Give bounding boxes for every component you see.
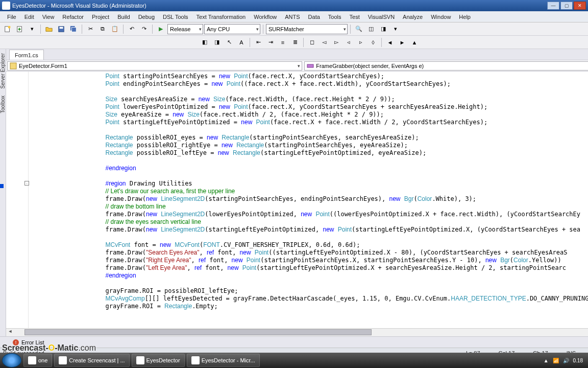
decrease-indent-icon[interactable]: ⇤	[253, 37, 264, 48]
add-item-icon[interactable]	[14, 24, 26, 35]
menu-test[interactable]: Test	[346, 13, 364, 21]
cursor-icon[interactable]: ↖	[224, 37, 235, 48]
menu-ants[interactable]: ANTS	[281, 13, 304, 21]
close-button[interactable]: ✕	[574, 2, 586, 10]
menu-project[interactable]: Project	[88, 13, 113, 21]
save-icon[interactable]	[56, 24, 67, 35]
window-title: EyesDetector - Microsoft Visual Studio (…	[12, 3, 146, 9]
method-icon	[307, 62, 314, 70]
left-tool-strip: Server Explorer Toolbox	[0, 49, 6, 336]
solution-platform-combo[interactable]: Any CPU	[204, 24, 260, 34]
nav-up-icon[interactable]: ▲	[409, 37, 420, 48]
start-button[interactable]	[2, 353, 21, 367]
next-bookmark-icon[interactable]: ▻	[331, 37, 342, 48]
open-icon[interactable]	[43, 24, 55, 35]
menu-debug[interactable]: Debug	[134, 13, 159, 21]
menu-view[interactable]: View	[38, 13, 59, 21]
nav-back-icon[interactable]: ◄	[384, 37, 396, 48]
volume-icon[interactable]: 🔊	[563, 358, 569, 363]
menu-dsl-tools[interactable]: DSL Tools	[159, 13, 192, 21]
tool-icon-3[interactable]: ▾	[390, 24, 401, 35]
tool-icon-1[interactable]: ◫	[365, 24, 377, 35]
increase-indent-icon[interactable]: ⇥	[265, 37, 276, 48]
display-icon[interactable]: ◧	[199, 37, 210, 48]
solution-config-combo[interactable]: Release	[167, 24, 203, 34]
menu-analyze[interactable]: Analyze	[399, 13, 427, 21]
save-all-icon[interactable]	[68, 24, 79, 35]
start-debug-icon[interactable]: ▶	[155, 24, 166, 35]
font-icon[interactable]: A	[236, 37, 247, 48]
menu-build[interactable]: Build	[113, 13, 134, 21]
document-tab-form1[interactable]: Form1.cs	[9, 50, 44, 60]
code-surface[interactable]: Point startingPointSearchEyes = new Poin…	[29, 72, 588, 328]
member-nav-combo[interactable]: FrameGrabber(object sender, EventArgs e)	[304, 61, 588, 71]
horizontal-scrollbar[interactable]: ◄	[6, 328, 588, 336]
menu-workflow[interactable]: Workflow	[250, 13, 281, 21]
prev-bookmark-icon[interactable]: ◅	[318, 37, 330, 48]
find-icon[interactable]: 🔍	[353, 24, 364, 35]
document-tabs: Form1.cs ▾ ✕	[6, 49, 588, 60]
network-icon[interactable]: 📶	[553, 358, 559, 363]
clock[interactable]: 0.18	[573, 358, 583, 363]
standard-toolbar: ▾ ✂ ⧉ 📋 ↶ ↷ ▶ Release Any CPU SURFMatche…	[0, 22, 588, 36]
selection-marker	[0, 184, 4, 188]
menu-edit[interactable]: Edit	[20, 13, 38, 21]
code-editor[interactable]: - Point startingPointSearchEyes = new Po…	[6, 72, 588, 328]
undo-icon[interactable]: ↶	[126, 24, 137, 35]
dropdown-icon[interactable]: ▾	[27, 24, 38, 35]
error-list-tab[interactable]: Error List	[21, 339, 44, 346]
menu-tools[interactable]: Tools	[324, 13, 346, 21]
app-icon	[2, 2, 10, 10]
toggle-bookmark-icon[interactable]: ◻	[306, 37, 317, 48]
svg-rect-6	[72, 27, 77, 32]
menu-help[interactable]: Help	[455, 13, 475, 21]
clear-bookmarks-icon[interactable]: ◊	[368, 37, 379, 48]
redo-icon[interactable]: ↷	[138, 24, 150, 35]
error-list-icon: !	[12, 339, 19, 346]
class-icon	[10, 62, 17, 70]
menu-refactor[interactable]: Refactor	[58, 13, 88, 21]
taskbar-item[interactable]: one	[23, 354, 52, 367]
cut-icon[interactable]: ✂	[85, 24, 96, 35]
menu-text-transformation[interactable]: Text Transformation	[192, 13, 250, 21]
menu-window[interactable]: Window	[427, 13, 455, 21]
svg-text:!: !	[15, 340, 17, 345]
menu-visualsvn[interactable]: VisualSVN	[364, 13, 399, 21]
uncomment-icon[interactable]: ≣	[289, 37, 301, 48]
next-bookmark-folder-icon[interactable]: ▹	[355, 37, 366, 48]
menu-data[interactable]: Data	[304, 13, 324, 21]
taskbar-item[interactable]: EyesDetector - Micr...	[187, 354, 260, 367]
toolbox-tab[interactable]: Toolbox	[0, 94, 6, 115]
minimize-button[interactable]: —	[547, 2, 559, 10]
taskbar-item[interactable]: Create Screencast | ...	[54, 354, 129, 367]
system-tray[interactable]: ▲ 📶 🔊 0.18	[544, 358, 586, 363]
server-explorer-tab[interactable]: Server Explorer	[0, 51, 6, 90]
editor-area: Form1.cs ▾ ✕ EyeDetector.Form1 FrameGrab…	[6, 49, 588, 336]
maximize-button[interactable]: ▢	[560, 2, 573, 10]
startup-project-combo[interactable]: SURFMatcher	[266, 24, 348, 34]
prev-bookmark-folder-icon[interactable]: ◃	[343, 37, 354, 48]
tray-icon[interactable]: ▲	[544, 358, 549, 363]
type-nav-combo[interactable]: EyeDetector.Form1	[7, 61, 302, 71]
menu-file[interactable]: File	[3, 13, 20, 21]
comment-icon[interactable]: ≡	[277, 37, 288, 48]
svg-rect-7	[10, 63, 16, 69]
copy-icon[interactable]: ⧉	[97, 24, 108, 35]
display2-icon[interactable]: ◨	[211, 37, 223, 48]
svg-rect-4	[60, 27, 63, 29]
navigation-bar: EyeDetector.Form1 FrameGrabber(object se…	[6, 60, 588, 72]
taskbar-item[interactable]: EyesDetector	[132, 354, 185, 367]
menu-bar: FileEditViewRefactorProjectBuildDebugDSL…	[0, 11, 588, 22]
nav-fwd-icon[interactable]: ►	[397, 37, 408, 48]
svg-rect-8	[307, 64, 313, 67]
taskbar: oneCreate Screencast | ...EyesDetectorEy…	[0, 353, 588, 368]
bottom-panel: ! Error List	[0, 336, 588, 348]
new-project-icon[interactable]	[2, 24, 13, 35]
svg-rect-1	[8, 26, 10, 28]
gutter: -	[6, 72, 29, 328]
text-editor-toolbar: ◧ ◨ ↖ A ⇤ ⇥ ≡ ≣ ◻ ◅ ▻ ◃ ▹ ◊ ◄ ► ▲	[0, 36, 588, 49]
title-bar: EyesDetector - Microsoft Visual Studio (…	[0, 0, 588, 11]
paste-icon[interactable]: 📋	[109, 24, 120, 35]
tool-icon-2[interactable]: ◨	[378, 24, 389, 35]
work-area: Server Explorer Toolbox Form1.cs ▾ ✕ Eye…	[0, 49, 588, 336]
